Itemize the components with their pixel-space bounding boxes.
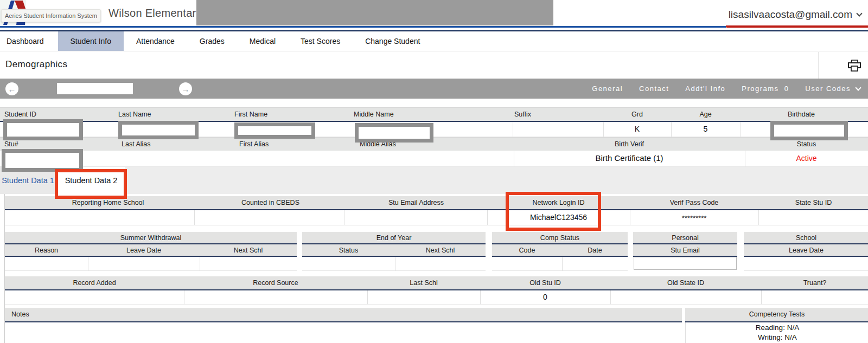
redacted-first-name [234, 122, 315, 139]
redacted-middle-name [355, 123, 433, 143]
divider [194, 210, 195, 225]
col-leave-date: Leave Date [744, 247, 868, 254]
group-title: Summer Withdrawal [5, 234, 297, 242]
col-status: Status [745, 140, 868, 148]
col-status: Status [302, 247, 395, 254]
group-value-row [5, 257, 297, 271]
annotation-rect-network-login-id [506, 192, 601, 231]
group-subheader-row: Status Next Schl [302, 244, 486, 256]
divider [562, 257, 563, 271]
competency-writing: Writing: N/A [686, 333, 868, 341]
divider [513, 122, 513, 137]
info-header-row: Reporting Home School Counted in CBEDS S… [5, 196, 868, 209]
student-selector-redacted [196, 0, 553, 25]
user-menu[interactable]: lisasilvaacosta@gmail.com [729, 9, 861, 21]
toolbar-link-user-codes[interactable]: User Codes [805, 85, 860, 93]
toolbar-link-general[interactable]: General [592, 85, 623, 93]
divider [88, 257, 88, 271]
group-title: End of Year [302, 234, 486, 242]
competency-header: Competency Tests [685, 308, 868, 321]
group-subheader-row: Code Date [492, 244, 628, 256]
school-name: Wilson Elementary [108, 7, 202, 20]
competency-reading: Reading: N/A [686, 323, 868, 332]
stu-email-field[interactable] [634, 257, 737, 270]
divider [761, 290, 762, 305]
page-title: Demographics [5, 59, 67, 70]
toolbar-link-programs[interactable]: Programs 0 [742, 85, 789, 93]
col-leave-date: Leave Date [88, 247, 200, 254]
divider [740, 122, 741, 137]
group-title: School [744, 234, 868, 242]
col-old-state-id: Old State ID [610, 279, 761, 287]
toolbar-link-general-label: General [592, 85, 623, 93]
col-record-source: Record Source [184, 279, 367, 287]
toolbar-link-addtl-info[interactable]: Addt'l Info [685, 85, 725, 93]
divider [758, 210, 759, 225]
next-student-button[interactable]: → [179, 82, 192, 95]
toolbar-link-contact[interactable]: Contact [639, 85, 669, 93]
col-first-alias: First Alias [239, 140, 269, 148]
print-button[interactable] [818, 52, 868, 79]
nav-tab-change-student[interactable]: Change Student [353, 31, 432, 51]
competency-value-area: Reading: N/A Writing: N/A [685, 322, 868, 343]
col-stu-num: Stu# [4, 140, 18, 148]
group-personal: Personal Stu Email [633, 232, 737, 272]
brand-line-red [726, 25, 868, 28]
group-value-row [633, 257, 737, 271]
user-email: lisasilvaacosta@gmail.com [729, 9, 852, 21]
old-stu-id-value: 0 [480, 293, 610, 301]
birth-verif-value: Birth Certificate (1) [514, 153, 745, 163]
programs-count-badge: 0 [784, 85, 789, 93]
notes-value-area[interactable] [5, 322, 682, 343]
nav-tab-student-info[interactable]: Student Info [58, 31, 124, 51]
nav-tab-test-scores[interactable]: Test Scores [288, 31, 353, 51]
group-title-row: End of Year [302, 232, 486, 243]
redacted-birthdate [770, 121, 848, 140]
col-next-schl: Next Schl [395, 247, 486, 254]
divider [367, 290, 368, 305]
brand-line-blue [0, 26, 726, 28]
col-state-stu-id: State Stu ID [758, 199, 868, 206]
col-reporting-home-school: Reporting Home School [21, 199, 195, 206]
student-toolbar: ← → General Contact Addt'l Info Programs… [0, 79, 868, 99]
col-birthdate: Birthdate [740, 111, 863, 118]
competency-label: Competency Tests [685, 310, 868, 318]
col-first-name: First Name [234, 111, 267, 118]
group-value-row [302, 257, 486, 271]
nav-tab-medical[interactable]: Medical [237, 31, 288, 51]
notes-label: Notes [11, 310, 29, 318]
nav-tab-attendance[interactable]: Attendance [124, 31, 187, 51]
divider [344, 210, 344, 225]
info-value-row: MichaelC123456 ********* [5, 210, 868, 225]
student-data-2-panel: Reporting Home School Counted in CBEDS S… [4, 194, 868, 343]
toolbar-link-user-codes-label: User Codes [805, 85, 851, 93]
divider [200, 257, 200, 271]
arrow-right-icon: → [182, 85, 190, 94]
col-stu-email-address: Stu Email Address [345, 199, 487, 206]
chevron-down-icon [856, 10, 862, 16]
group-title: Personal [633, 234, 737, 242]
col-truant: Truant? [761, 279, 868, 287]
record-value-row: 0 [5, 290, 868, 305]
col-last-name: Last Name [118, 111, 151, 118]
record-header-row: Record Added Record Source Last Schl Old… [5, 276, 868, 289]
group-summer-withdrawal: Summer Withdrawal Reason Leave Date Next… [5, 232, 297, 272]
notes-header: Notes [5, 308, 682, 321]
group-title-row: Summer Withdrawal [5, 232, 297, 243]
group-value-row [492, 257, 628, 271]
divider [610, 290, 611, 305]
prev-student-button[interactable]: ← [5, 82, 18, 95]
group-title: Comp Status [492, 234, 628, 242]
group-subheader-row: Leave Date [744, 244, 868, 256]
divider [184, 290, 184, 305]
col-middle-name: Middle Name [354, 111, 394, 118]
student-search-input[interactable] [57, 83, 133, 94]
chevron-down-icon [855, 85, 861, 90]
nav-tab-grades[interactable]: Grades [187, 31, 237, 51]
col-code: Code [492, 247, 562, 254]
group-subheader-row: Stu Email [633, 244, 737, 256]
col-suffix: Suffix [514, 111, 531, 118]
group-school: School Leave Date [744, 232, 868, 272]
annotation-rect-student-data-2 [55, 169, 127, 199]
nav-tab-dashboard[interactable]: Dashboard [0, 31, 58, 51]
